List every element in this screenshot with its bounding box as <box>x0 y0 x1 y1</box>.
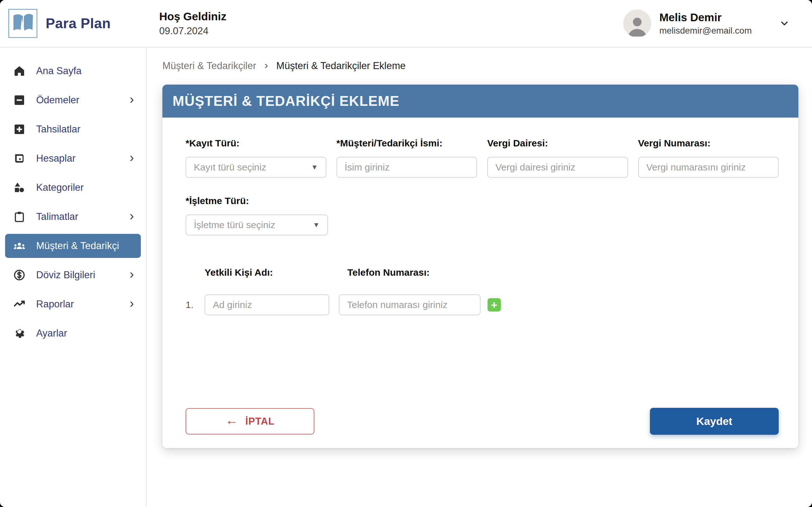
field-isletme-turu: *İşletme Türü: İşletme türü seçiniz ▼ <box>186 195 328 235</box>
plus-square-icon <box>12 122 27 136</box>
select-placeholder: Kayıt türü seçiniz <box>194 162 266 173</box>
user-name: Melis Demir <box>659 11 752 24</box>
chevron-right-icon: › <box>130 268 134 282</box>
sidebar-item-ana-sayfa[interactable]: Ana Sayfa <box>5 59 141 83</box>
field-label: *İşletme Türü: <box>186 195 328 206</box>
sidebar-item-label: Hesaplar <box>36 153 130 164</box>
field-label: *Kayıt Türü: <box>186 138 326 149</box>
form-card: MÜŞTERİ & TEDARİKÇİ EKLEME *Kayıt Türü: … <box>162 84 798 448</box>
form-title: MÜŞTERİ & TEDARİKÇİ EKLEME <box>172 93 399 109</box>
sidebar-item-ayarlar[interactable]: Ayarlar <box>5 321 141 345</box>
chevron-right-icon: › <box>130 210 134 224</box>
user-email: melisdemir@email.com <box>659 26 752 36</box>
form-row-1: *Kayıt Türü: Kayıt türü seçiniz ▼ *Müşte… <box>186 138 779 178</box>
minus-square-icon <box>12 93 27 107</box>
form-card-header: MÜŞTERİ & TEDARİKÇİ EKLEME <box>162 84 798 118</box>
welcome-block: Hoş Geldiniz 09.07.2024 <box>159 10 226 37</box>
save-button[interactable]: Kaydet <box>650 408 779 435</box>
sidebar-item-label: Raporlar <box>36 298 130 310</box>
contact-section: Yetkili Kişi Adı: Telefon Numarası: 1. + <box>186 267 779 315</box>
sidebar-item-musteri-tedarikci[interactable]: Müşteri & Tedarikçi <box>5 234 141 258</box>
isim-input[interactable] <box>337 157 477 178</box>
breadcrumb-current: Müşteri & Tedarikçiler Ekleme <box>276 60 406 72</box>
chevron-right-icon: › <box>130 297 134 312</box>
chevron-right-icon: › <box>130 151 134 166</box>
kayit-turu-select[interactable]: Kayıt türü seçiniz ▼ <box>186 157 326 178</box>
contact-labels: Yetkili Kişi Adı: Telefon Numarası: <box>205 267 779 278</box>
current-date: 09.07.2024 <box>159 25 226 37</box>
user-info: Melis Demir melisdemir@email.com <box>659 11 752 36</box>
sidebar-item-label: Ayarlar <box>36 328 134 339</box>
sidebar-item-label: Kategoriler <box>36 182 134 193</box>
sidebar-item-label: Ana Sayfa <box>36 65 134 77</box>
isletme-turu-select[interactable]: İşletme türü seçiniz ▼ <box>186 215 328 235</box>
chevron-down-icon[interactable] <box>779 18 790 29</box>
sidebar-item-label: Ödemeler <box>36 95 130 106</box>
arrow-left-icon: ← <box>225 413 238 429</box>
sidebar: Ana Sayfa Ödemeler › Tahsilatlar Hesapla… <box>0 48 147 507</box>
dropdown-arrow-icon: ▼ <box>313 221 320 229</box>
open-book-icon <box>8 9 38 38</box>
home-icon <box>12 64 27 78</box>
welcome-title: Hoş Geldiniz <box>159 10 226 23</box>
breadcrumb-separator: › <box>264 59 268 72</box>
sidebar-item-label: Döviz Bilgileri <box>36 269 130 281</box>
user-menu[interactable]: Melis Demir melisdemir@email.com <box>623 9 790 38</box>
contact-row-index: 1. <box>186 299 205 310</box>
telefon-input[interactable] <box>339 294 480 315</box>
field-isim: *Müşteri/Tedarikçi İsmi: <box>337 138 477 178</box>
form-row-2: *İşletme Türü: İşletme türü seçiniz ▼ <box>186 195 779 235</box>
telefon-label: Telefon Numarası: <box>347 267 430 278</box>
sidebar-item-tahsilatlar[interactable]: Tahsilatlar <box>5 117 141 141</box>
contact-row: 1. + <box>186 294 779 315</box>
field-vergi-dairesi: Vergi Dairesi: <box>487 138 628 178</box>
dropdown-arrow-icon: ▼ <box>311 163 318 171</box>
shapes-icon <box>12 180 27 195</box>
field-label: Vergi Dairesi: <box>487 138 628 149</box>
sidebar-item-kategoriler[interactable]: Kategoriler <box>5 176 141 200</box>
add-contact-row-button[interactable]: + <box>488 298 501 312</box>
breadcrumb-parent-link[interactable]: Müşteri & Tedarikçiler <box>162 60 256 72</box>
sidebar-item-hesaplar[interactable]: Hesaplar › <box>5 147 141 170</box>
yetkili-kisi-input[interactable] <box>205 294 329 315</box>
breadcrumb: Müşteri & Tedarikçiler › Müşteri & Tedar… <box>159 59 798 72</box>
gear-icon <box>12 326 27 341</box>
sidebar-item-odemeler[interactable]: Ödemeler › <box>5 88 141 112</box>
form-footer: ← İPTAL Kaydet <box>186 408 779 435</box>
sidebar-item-label: Müşteri & Tedarikçi <box>36 240 134 251</box>
app-title: Para Plan <box>46 15 111 32</box>
cancel-button-label: İPTAL <box>245 416 274 427</box>
top-header: Hoş Geldiniz 09.07.2024 Melis Demir meli… <box>147 0 812 48</box>
field-vergi-numarasi: Vergi Numarası: <box>638 138 779 178</box>
yetkili-kisi-label: Yetkili Kişi Adı: <box>205 267 347 278</box>
field-label: Vergi Numarası: <box>638 138 779 149</box>
select-placeholder: İşletme türü seçiniz <box>194 220 275 230</box>
clipboard-icon <box>12 210 27 224</box>
sidebar-item-doviz-bilgileri[interactable]: Döviz Bilgileri › <box>5 263 141 287</box>
vergi-dairesi-input[interactable] <box>487 157 628 178</box>
sidebar-item-raporlar[interactable]: Raporlar › <box>5 292 141 316</box>
trending-up-icon <box>12 297 27 312</box>
sidebar-item-label: Tahsilatlar <box>36 124 134 135</box>
wallet-icon <box>12 151 27 166</box>
cancel-button[interactable]: ← İPTAL <box>186 408 314 435</box>
main-content: Müşteri & Tedarikçiler › Müşteri & Tedar… <box>147 48 812 507</box>
logo-area: Para Plan <box>0 0 147 48</box>
dollar-circle-icon <box>12 268 27 282</box>
avatar <box>623 9 651 38</box>
app-window: Para Plan Hoş Geldiniz 09.07.2024 Melis … <box>0 0 812 507</box>
sidebar-item-label: Talimatlar <box>36 211 130 222</box>
form-card-body: *Kayıt Türü: Kayıt türü seçiniz ▼ *Müşte… <box>162 118 798 448</box>
vergi-numarasi-input[interactable] <box>638 157 779 178</box>
field-kayit-turu: *Kayıt Türü: Kayıt türü seçiniz ▼ <box>186 138 326 178</box>
people-icon <box>12 239 27 253</box>
chevron-right-icon: › <box>130 93 134 107</box>
field-label: *Müşteri/Tedarikçi İsmi: <box>337 138 477 149</box>
sidebar-item-talimatlar[interactable]: Talimatlar › <box>5 205 141 229</box>
